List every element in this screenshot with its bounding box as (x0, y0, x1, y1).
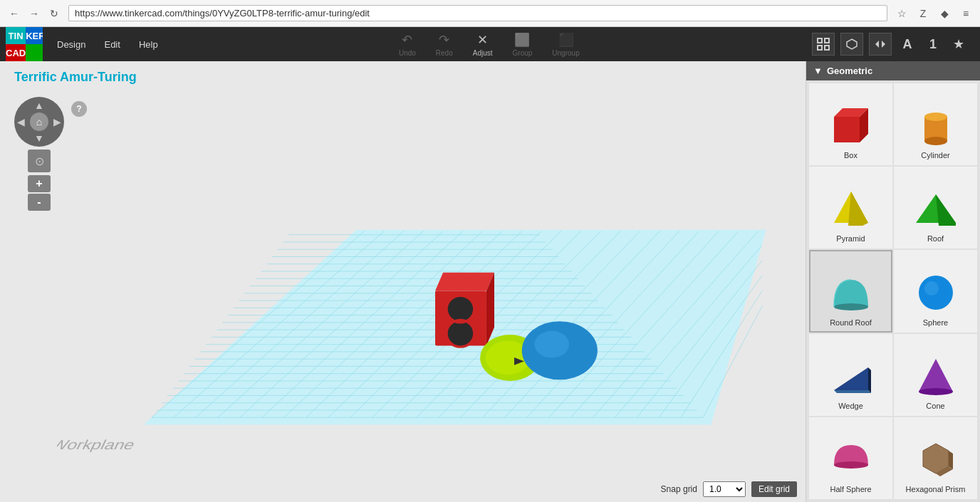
adjust-button[interactable]: ✕ Adjust (464, 29, 501, 60)
svg-rect-2 (818, 46, 822, 50)
snap-grid-label: Snap grid (661, 484, 697, 494)
menu-items: Design Edit Help (48, 35, 167, 54)
svg-point-90 (919, 388, 953, 395)
tinkercad-logo[interactable]: TIN KER CAD (6, 27, 43, 61)
shape-item-box[interactable]: Box (809, 83, 892, 165)
logo-blank (26, 44, 43, 61)
sphere-preview (913, 273, 959, 313)
svg-point-78 (924, 137, 947, 145)
half-sphere-label: Half Sphere (830, 485, 871, 493)
text-icon[interactable]: A (897, 34, 917, 54)
nav-up-arrow: ▲ (34, 100, 44, 111)
logo-tin: TIN (6, 27, 26, 44)
menu-icon[interactable]: ≡ (957, 5, 974, 22)
panel-header: ▼ Geometric (806, 61, 980, 80)
undo-icon: ↶ (402, 32, 412, 48)
ungroup-icon: ⬛ (558, 32, 574, 48)
zoom-out-button[interactable]: - (28, 194, 51, 211)
help-button[interactable]: ? (71, 101, 87, 117)
shape-item-round-roof[interactable]: Round Roof (809, 250, 892, 332)
snap-grid-select[interactable]: 1.0 0.5 0.1 (703, 481, 746, 497)
toolbar-right: A 1 ★ (812, 33, 969, 56)
shape-item-roof[interactable]: Roof (894, 167, 977, 249)
svg-point-71 (534, 331, 569, 358)
shape-item-cylinder[interactable]: Cylinder (894, 83, 977, 165)
svg-rect-3 (825, 46, 829, 50)
star-favorite-icon[interactable]: ★ (949, 34, 969, 54)
nav-down-arrow: ▼ (34, 132, 44, 144)
shapes-grid: Box Cylinder Py (806, 80, 980, 502)
svg-text:▶: ▶ (514, 355, 525, 366)
wedge-preview (828, 356, 874, 396)
nav-left-arrow: ◀ (17, 116, 25, 127)
shape-item-hexagonal-prism[interactable]: Hexagonal Prism (894, 417, 977, 499)
group-button[interactable]: ⬜ Group (504, 29, 541, 60)
3d-view-button[interactable] (840, 33, 863, 56)
refresh-button[interactable]: ↻ (46, 5, 63, 22)
zoom-in-button[interactable]: + (28, 175, 51, 192)
panel-collapse-button[interactable]: ❯ (806, 268, 806, 296)
home-view-button[interactable]: ⊙ (28, 150, 51, 172)
nav-buttons: ← → ↻ (6, 5, 63, 22)
cone-preview (913, 356, 959, 396)
zotero-icon[interactable]: Z (914, 5, 932, 22)
main-content: Terrific Amur-Turing ▲ ▼ ◀ ▶ ⌂ ⊙ + - (0, 61, 980, 502)
cylinder-preview (913, 105, 959, 145)
svg-marker-62 (435, 273, 494, 291)
svg-rect-1 (825, 38, 829, 43)
grid-view-button[interactable] (812, 33, 835, 56)
logo-ker: KER (26, 27, 43, 44)
project-title: Terrific Amur-Turing (14, 70, 137, 85)
svg-point-85 (924, 281, 939, 296)
address-bar[interactable] (68, 5, 887, 21)
pyramid-preview (828, 189, 874, 229)
code-view-button[interactable] (869, 33, 892, 56)
back-button[interactable]: ← (6, 5, 23, 22)
badge-count: 1 (923, 34, 943, 54)
round-roof-preview (828, 273, 874, 313)
menu-edit[interactable]: Edit (95, 35, 128, 54)
menu-help[interactable]: Help (130, 35, 167, 54)
redo-label: Redo (436, 49, 453, 57)
svg-point-77 (924, 113, 947, 121)
workplane-container[interactable]: Workplane (57, 132, 806, 474)
menu-design[interactable]: Design (48, 35, 94, 54)
box-label: Box (844, 151, 858, 160)
svg-marker-82 (936, 194, 956, 226)
canvas-area[interactable]: Terrific Amur-Turing ▲ ▼ ◀ ▶ ⌂ ⊙ + - (0, 61, 806, 502)
svg-marker-89 (919, 359, 953, 392)
svg-rect-0 (818, 38, 822, 43)
redo-button[interactable]: ↷ Redo (427, 29, 462, 60)
half-sphere-preview (828, 439, 874, 479)
cylinder-label: Cylinder (921, 151, 949, 160)
nav-right-arrow: ▶ (53, 116, 61, 127)
cone-label: Cone (926, 402, 944, 410)
group-icon: ⬜ (514, 32, 530, 48)
wedge-label: Wedge (838, 402, 863, 410)
svg-marker-6 (882, 41, 885, 48)
bottom-bar: Snap grid 1.0 0.5 0.1 Edit grid (0, 476, 806, 502)
shape-item-sphere[interactable]: Sphere (894, 250, 977, 332)
shape-item-pyramid[interactable]: Pyramid (809, 167, 892, 249)
forward-button[interactable]: → (26, 5, 43, 22)
panel-header-label: Geometric (827, 66, 872, 76)
svg-rect-73 (834, 117, 860, 142)
workplane-svg: Workplane (57, 132, 806, 474)
edit-grid-button[interactable]: Edit grid (751, 481, 797, 497)
group-label: Group (513, 49, 533, 57)
svg-text:Workplane: Workplane (57, 437, 137, 452)
shape-item-half-sphere[interactable]: Half Sphere (809, 417, 892, 499)
browser-bar: ← → ↻ ☆ Z ◆ ≡ (0, 0, 980, 27)
ungroup-button[interactable]: ⬛ Ungroup (543, 29, 588, 60)
svg-marker-88 (834, 390, 871, 393)
star-icon[interactable]: ☆ (893, 5, 910, 22)
undo-button[interactable]: ↶ Undo (390, 29, 424, 60)
top-toolbar: TIN KER CAD Design Edit Help ↶ Undo ↷ Re… (0, 27, 980, 61)
panel-collapse-icon: ▼ (813, 66, 823, 76)
app-container: TIN KER CAD Design Edit Help ↶ Undo ↷ Re… (0, 27, 980, 502)
svg-point-83 (834, 303, 868, 310)
hexagonal-prism-preview (913, 439, 959, 479)
shape-item-wedge[interactable]: Wedge (809, 334, 892, 416)
extension-icon[interactable]: ◆ (936, 5, 953, 22)
shape-item-cone[interactable]: Cone (894, 334, 977, 416)
